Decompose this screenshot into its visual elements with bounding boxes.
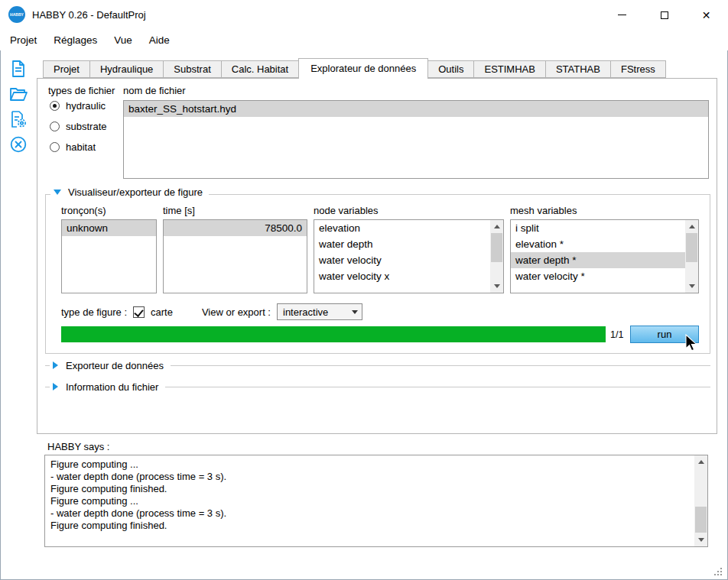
menu-vue[interactable]: Vue xyxy=(106,31,141,50)
log-line: Figure computing finished. xyxy=(50,483,692,495)
figure-type-label: type de figure : xyxy=(61,306,127,318)
time-list-item[interactable]: 78500.0 xyxy=(164,220,307,236)
tab-hydraulique[interactable]: Hydraulique xyxy=(89,60,164,78)
mesh-variable-item[interactable]: water velocity * xyxy=(511,268,685,284)
file-list-item[interactable]: baxter_SS_hotstart.hyd xyxy=(124,101,708,117)
close-figures-icon xyxy=(8,134,28,154)
node-variable-item[interactable]: water depth xyxy=(314,236,490,252)
open-folder-button[interactable] xyxy=(8,83,29,105)
menu-projet[interactable]: Projet xyxy=(2,31,45,50)
tab-stathab[interactable]: STATHAB xyxy=(545,60,611,78)
close-icon: ✕ xyxy=(702,9,711,21)
close-button[interactable]: ✕ xyxy=(685,1,727,29)
mesh-variables-label: mesh variables xyxy=(510,205,577,216)
progress-bar xyxy=(61,326,606,342)
menu-reglages[interactable]: Réglages xyxy=(45,31,106,50)
log-line: - water depth done (process time = 3 s). xyxy=(50,507,692,520)
radio-substrate[interactable]: substrate xyxy=(50,120,106,132)
scroll-thumb[interactable] xyxy=(491,233,502,262)
chevron-down-icon xyxy=(348,304,362,319)
tab-explorateur-de-donnees[interactable]: Explorateur de données xyxy=(298,58,428,79)
menu-aide[interactable]: Aide xyxy=(141,31,178,50)
log-line: Figure computing finished. xyxy=(50,520,692,532)
close-figures-button[interactable] xyxy=(8,134,29,155)
mouse-cursor xyxy=(683,334,700,352)
radio-habitat-label: habitat xyxy=(66,141,96,153)
time-list[interactable]: 78500.0 xyxy=(163,219,307,293)
scroll-down-icon[interactable] xyxy=(490,280,503,293)
log-line: Figure computing ... xyxy=(50,458,692,471)
reach-label: tronçon(s) xyxy=(61,205,106,216)
mesh-variable-item[interactable]: elevation * xyxy=(511,236,685,252)
scroll-thumb[interactable] xyxy=(686,233,697,262)
tab-projet[interactable]: Projet xyxy=(43,60,90,78)
data-exporter-header[interactable]: Exporteur de données xyxy=(50,358,171,373)
file-information-header[interactable]: Information du fichier xyxy=(50,379,165,394)
mesh-variables-list[interactable]: i split elevation * water depth * water … xyxy=(510,219,699,293)
resize-grip[interactable] xyxy=(713,566,723,577)
maximize-icon xyxy=(661,11,668,19)
maximize-button[interactable] xyxy=(643,1,685,29)
log-output: Figure computing ... - water depth done … xyxy=(44,455,708,547)
scroll-up-icon[interactable] xyxy=(490,220,503,233)
new-file-button[interactable] xyxy=(8,58,29,79)
reach-list-item[interactable]: unknown xyxy=(62,220,156,236)
carte-checkbox-label: carte xyxy=(151,306,173,318)
radio-substrate-label: substrate xyxy=(66,121,106,132)
scroll-up-icon[interactable] xyxy=(694,455,707,468)
view-or-export-select[interactable]: interactive xyxy=(277,303,362,320)
habby-says-label: HABBY says : xyxy=(47,441,109,452)
mesh-variable-item-selected[interactable]: water depth * xyxy=(511,252,685,268)
radio-hydraulic[interactable]: hydraulic xyxy=(50,99,106,112)
scroll-down-icon[interactable] xyxy=(694,533,707,546)
file-name-label: nom de fichier xyxy=(123,85,186,96)
file-information-section: Information du fichier xyxy=(45,379,710,394)
log-scrollbar[interactable] xyxy=(694,455,707,546)
reach-list[interactable]: unknown xyxy=(61,219,157,293)
minimize-button[interactable] xyxy=(601,1,643,29)
node-variable-item[interactable]: water velocity xyxy=(314,252,490,268)
window-controls: ✕ xyxy=(601,1,727,29)
view-or-export-value: interactive xyxy=(283,306,328,318)
figure-viewer-section: Visualiseur/exporteur de figure tronçon(… xyxy=(45,194,710,354)
progress-counter: 1/1 xyxy=(610,329,623,340)
node-variables-list[interactable]: elevation water depth water velocity wat… xyxy=(314,219,504,293)
tab-outils[interactable]: Outils xyxy=(427,60,474,78)
node-variable-item[interactable]: water velocity x xyxy=(314,268,490,284)
data-exporter-section: Exporteur de données xyxy=(45,358,710,373)
radio-habitat[interactable]: habitat xyxy=(50,141,96,153)
main-tab-widget: Projet Hydraulique Substrat Calc. Habita… xyxy=(37,58,717,434)
node-variables-scrollbar[interactable] xyxy=(490,220,503,293)
log-line: Figure computing ... xyxy=(50,495,692,507)
tab-estimhab[interactable]: ESTIMHAB xyxy=(473,60,545,78)
expand-arrow-icon xyxy=(53,361,58,369)
title-bar: HABBY HABBY 0.26 - DefaultProj ✕ xyxy=(0,0,728,29)
radio-habitat-circle xyxy=(50,142,60,152)
tab-substrat[interactable]: Substrat xyxy=(163,60,221,78)
log-text: Figure computing ... - water depth done … xyxy=(50,458,692,532)
node-variable-item[interactable]: elevation xyxy=(314,220,490,236)
file-list[interactable]: baxter_SS_hotstart.hyd xyxy=(123,100,709,179)
scroll-thumb[interactable] xyxy=(695,507,707,533)
scroll-down-icon[interactable] xyxy=(685,280,698,293)
habby-logo-icon: HABBY xyxy=(8,6,25,23)
file-properties-button[interactable] xyxy=(8,109,29,130)
carte-checkbox[interactable] xyxy=(133,306,145,318)
time-label: time [s] xyxy=(163,205,195,216)
tab-calc-habitat[interactable]: Calc. Habitat xyxy=(221,60,299,78)
scroll-up-icon[interactable] xyxy=(685,220,698,233)
mesh-variable-item[interactable]: i split xyxy=(511,220,685,236)
app-window: { "window": { "title": "HABBY 0.26 - Def… xyxy=(0,0,728,580)
figure-options-row: type de figure : carte View or export : … xyxy=(61,303,362,320)
window-title: HABBY 0.26 - DefaultProj xyxy=(32,9,146,21)
left-toolbar xyxy=(5,58,32,155)
tab-fstress[interactable]: FStress xyxy=(610,60,666,78)
mesh-variables-scrollbar[interactable] xyxy=(685,220,698,293)
file-properties-icon xyxy=(8,109,28,129)
radio-hydraulic-label: hydraulic xyxy=(66,100,106,112)
explorer-panel: types de fichier nom de fichier hydrauli… xyxy=(37,78,717,434)
figure-viewer-header[interactable]: Visualiseur/exporteur de figure xyxy=(50,184,209,199)
view-or-export-label: View or export : xyxy=(202,306,271,318)
new-file-icon xyxy=(8,59,28,79)
file-information-title: Information du fichier xyxy=(66,381,158,393)
